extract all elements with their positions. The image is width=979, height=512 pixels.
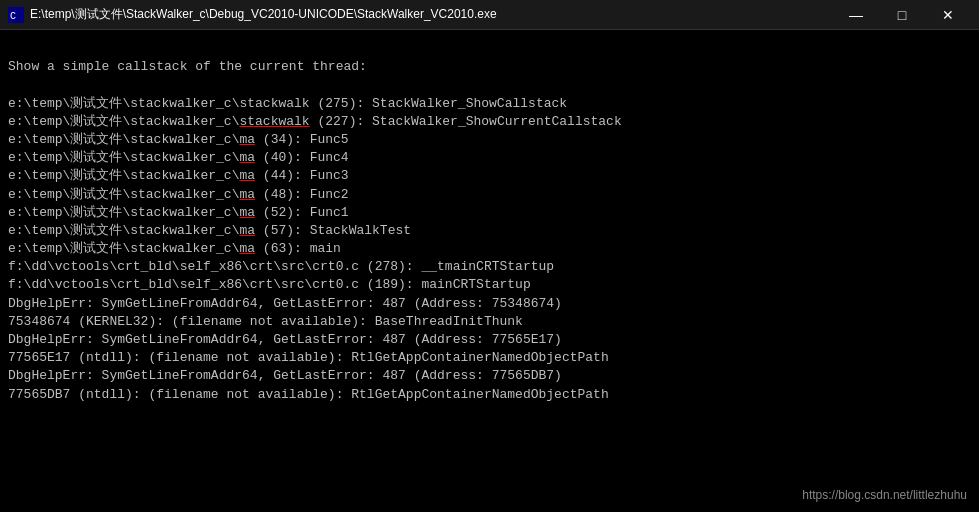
- watermark: https://blog.csdn.net/littlezhuhu: [802, 487, 967, 504]
- console-line-7: e:\temp\测试文件\stackwalker_c\ma (40): Func…: [8, 149, 971, 167]
- console-line-14: f:\dd\vctools\crt_bld\self_x86\crt\src\c…: [8, 276, 971, 294]
- console-line-8: e:\temp\测试文件\stackwalker_c\ma (44): Func…: [8, 167, 971, 185]
- console-output: Show a simple callstack of the current t…: [0, 30, 979, 512]
- console-line-17: DbgHelpErr: SymGetLineFromAddr64, GetLas…: [8, 331, 971, 349]
- console-line-5: e:\temp\测试文件\stackwalker_c\stackwalk (22…: [8, 113, 971, 131]
- console-line-12: e:\temp\测试文件\stackwalker_c\ma (63): main: [8, 240, 971, 258]
- window-title: E:\temp\测试文件\StackWalker_c\Debug_VC2010-…: [30, 6, 833, 23]
- console-line-4: e:\temp\测试文件\stackwalker_c\stackwalk (27…: [8, 95, 971, 113]
- console-line-11: e:\temp\测试文件\stackwalker_c\ma (57): Stac…: [8, 222, 971, 240]
- console-line-10: e:\temp\测试文件\stackwalker_c\ma (52): Func…: [8, 204, 971, 222]
- console-line-13: f:\dd\vctools\crt_bld\self_x86\crt\src\c…: [8, 258, 971, 276]
- maximize-button[interactable]: □: [879, 0, 925, 30]
- console-line-20: 77565DB7 (ntdll): (filename not availabl…: [8, 386, 971, 404]
- console-line-16: 75348674 (KERNEL32): (filename not avail…: [8, 313, 971, 331]
- title-bar: C E:\temp\测试文件\StackWalker_c\Debug_VC201…: [0, 0, 979, 30]
- console-line-3: [8, 76, 971, 94]
- window-controls: — □ ✕: [833, 0, 971, 30]
- console-line-6: e:\temp\测试文件\stackwalker_c\ma (34): Func…: [8, 131, 971, 149]
- console-line-9: e:\temp\测试文件\stackwalker_c\ma (48): Func…: [8, 186, 971, 204]
- console-line-15: DbgHelpErr: SymGetLineFromAddr64, GetLas…: [8, 295, 971, 313]
- minimize-button[interactable]: —: [833, 0, 879, 30]
- console-line-1: [8, 40, 971, 58]
- console-line-18: 77565E17 (ntdll): (filename not availabl…: [8, 349, 971, 367]
- svg-text:C: C: [10, 11, 16, 22]
- console-line-19: DbgHelpErr: SymGetLineFromAddr64, GetLas…: [8, 367, 971, 385]
- app-icon: C: [8, 7, 24, 23]
- close-button[interactable]: ✕: [925, 0, 971, 30]
- console-line-2: Show a simple callstack of the current t…: [8, 58, 971, 76]
